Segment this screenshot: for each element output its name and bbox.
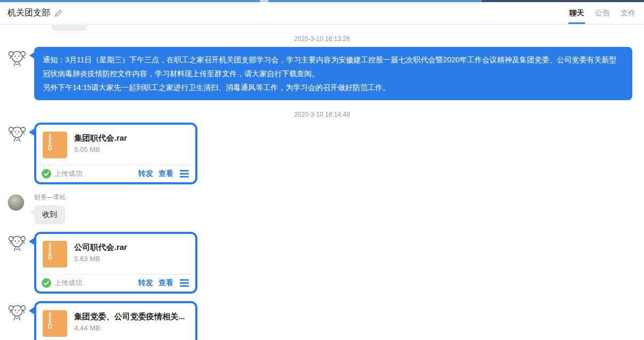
scrolled-bubble-remnant [51,25,88,31]
file-size: 5.05 MB [74,145,127,153]
message-list[interactable]: 2020-3-10 16:13:26 通知：3月11日（星期三）下午三点，在职工… [0,35,644,340]
hamburger-menu-icon[interactable] [180,170,189,177]
file-name: 集团职代会.rar [74,133,127,143]
reply-message-row: 财务—李松 收到 [0,191,644,224]
notice-paragraph-1: 通知：3月11日（星期三）下午三点，在职工之家召开机关团支部学习会，学习主要内容… [43,53,624,80]
file-message-row: 集团职代会.rar 5.05 MB 上传成功 转发 查看 [0,123,644,184]
view-link[interactable]: 查看 [158,278,173,288]
sender-name: 财务—李松 [34,193,66,202]
tab-files[interactable]: 文件 [621,2,635,24]
hamburger-menu-icon[interactable] [180,279,189,287]
tab-announcement-label: 公告 [595,9,610,18]
tab-chat-label: 聊天 [569,9,584,18]
timestamp: 2020-3-10 16:13:26 [0,35,644,43]
notice-paragraph-2: 另外下午14:15请大家先一起到职工之家进行卫生清扫、消毒通风等工作，为学习会的… [43,80,624,94]
avatar-column [7,191,34,211]
cartoon-avatar[interactable] [7,124,27,144]
file-info: 集团党委、公司党委疫情相关... 4.44 MB [74,310,185,332]
zip-archive-icon [43,132,67,158]
file-name: 公司职代会.rar [74,242,127,253]
check-circle-icon [42,169,51,179]
group-title: 机关团支部 [7,7,50,19]
file-card-body: 集团党委、公司党委疫情相关... 4.44 MB [36,303,195,340]
file-info: 公司职代会.rar 5.63 MB [74,241,127,263]
file-size: 4.44 MB [74,324,185,332]
upload-status: 上传成功 [54,169,82,179]
file-actions: 转发 查看 [138,169,189,179]
file-card[interactable]: 公司职代会.rar 5.63 MB 上传成功 转发 查看 [34,232,197,294]
file-message-row: 公司职代会.rar 5.63 MB 上传成功 转发 查看 [0,232,644,294]
tab-chat[interactable]: 聊天 [569,2,584,24]
file-name: 集团党委、公司党委疫情相关... [74,312,185,322]
cartoon-avatar[interactable] [7,233,27,253]
file-actions: 转发 查看 [138,278,189,288]
file-card[interactable]: 集团党委、公司党委疫情相关... 4.44 MB 上传成功 转发 查看 [34,301,197,340]
reply-bubble: 收到 [34,205,65,224]
file-info: 集团职代会.rar 5.05 MB [74,132,127,153]
timestamp: 2020-3-10 16:14:49 [0,111,644,118]
file-card-body: 集团职代会.rar 5.05 MB [36,125,195,165]
file-card[interactable]: 集团职代会.rar 5.05 MB 上传成功 转发 查看 [34,123,197,184]
zip-archive-icon [43,310,67,337]
view-link[interactable]: 查看 [158,169,173,179]
file-card-footer: 上传成功 转发 查看 [36,165,195,182]
file-card-body: 公司职代会.rar 5.63 MB [36,234,195,274]
file-message-row: 集团党委、公司党委疫情相关... 4.44 MB 上传成功 转发 查看 [0,301,644,340]
upload-status: 上传成功 [54,278,82,288]
user-photo-avatar[interactable] [7,194,25,211]
header-tabs: 聊天 公告 文件 [569,2,635,24]
notice-bubble: 通知：3月11日（星期三）下午三点，在职工之家召开机关团支部学习会，学习主要内容… [34,47,632,100]
forward-link[interactable]: 转发 [138,169,153,179]
cartoon-avatar[interactable] [7,302,27,322]
chat-header: 机关团支部 聊天 公告 文件 [0,2,644,25]
zip-archive-icon [43,241,67,268]
reply-column: 财务—李松 收到 [34,191,66,224]
check-circle-icon [42,278,51,288]
tab-announcement[interactable]: 公告 [595,2,610,24]
pencil-icon[interactable] [54,9,62,17]
tab-files-label: 文件 [621,9,635,18]
forward-link[interactable]: 转发 [138,278,153,288]
file-card-footer: 上传成功 转发 查看 [36,274,195,292]
notice-message-row: 通知：3月11日（星期三）下午三点，在职工之家召开机关团支部学习会，学习主要内容… [0,47,644,100]
file-size: 5.63 MB [74,255,127,263]
cartoon-avatar[interactable] [7,48,27,68]
